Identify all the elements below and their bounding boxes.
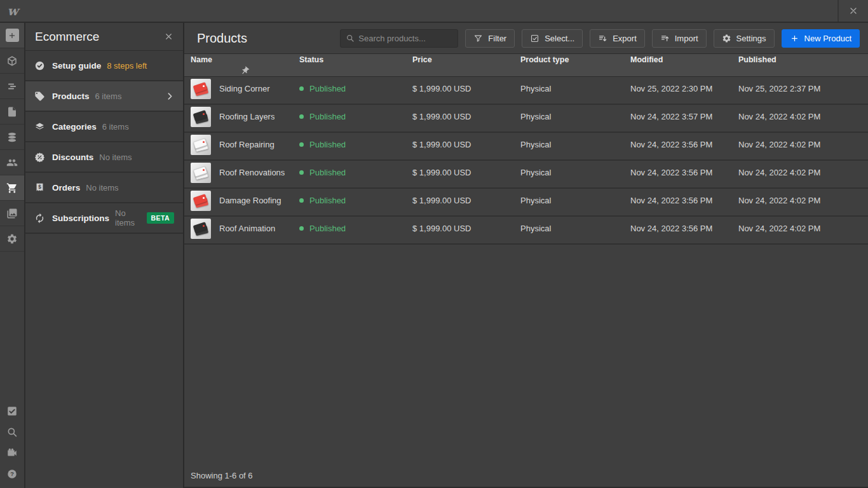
titlebar-space [25,0,837,22]
product-modified: Nov 24, 2022 3:56 PM [630,140,738,149]
product-price: $ 1,999.00 USD [412,224,520,233]
product-type: Physical [520,112,630,121]
toolbar-item-settings[interactable] [0,226,24,252]
toolbar-bottom-group: ? [0,400,24,488]
assets-icon [6,208,18,219]
products-header: Products FilterSelect...ExportImportSett… [184,23,868,53]
sidebar-item-orders[interactable]: $OrdersNo items [25,173,183,203]
import-button[interactable]: Import [652,29,707,48]
status-dot-icon [299,86,304,91]
sidebar-item-subscriptions[interactable]: SubscriptionsNo itemsBETA [25,203,183,234]
toolbar-item-audit[interactable] [0,400,24,421]
sidebar-item-label: Subscriptions [52,214,109,223]
product-published: Nov 24, 2022 4:02 PM [738,224,849,233]
toolbar-item-users[interactable] [0,150,24,175]
toolbar-item-cms[interactable] [0,125,24,150]
toolbar-item-assets[interactable] [0,201,24,226]
product-status: Published [309,168,346,177]
button-label: Settings [736,34,766,43]
window-close-button[interactable] [837,0,868,22]
sidebar-item-categories[interactable]: Categories6 items [25,112,183,142]
column-header-product-type: Product type [520,55,630,64]
product-name: Roof Animation [219,224,275,233]
export-icon [598,34,607,43]
toolbar-item-navigator[interactable] [0,74,24,99]
product-name-cell: Roof Renovations [191,163,299,183]
settings-icon [722,34,731,43]
product-thumbnail [191,79,211,99]
status-dot-icon [299,198,304,203]
search-products-input[interactable] [358,34,452,43]
sidebar-item-products[interactable]: Products6 items [25,81,183,112]
export-button[interactable]: Export [590,29,645,48]
sidebar-item-count: No items [115,208,147,227]
webflow-logo[interactable]: w [0,0,25,22]
sidebar-item-discounts[interactable]: DiscountsNo items [25,142,183,173]
product-modified: Nov 24, 2022 3:57 PM [630,112,738,121]
table-row[interactable]: Siding CornerPublished$ 1,999.00 USDPhys… [184,77,868,105]
svg-text:$: $ [38,184,41,189]
product-status-cell: Published [299,196,412,205]
settings-icon [6,233,18,245]
select-button[interactable]: Select... [522,29,583,48]
toolbar-item-search[interactable] [0,421,24,442]
users-icon [6,157,18,168]
sidebar-item-setup-guide[interactable]: Setup guide8 steps left [25,51,183,81]
product-published: Nov 24, 2022 4:02 PM [738,168,849,177]
toolbar-item-add[interactable] [0,23,24,48]
button-label: Import [675,34,698,43]
table-row[interactable]: Roof RenovationsPublished$ 1,999.00 USDP… [184,161,868,189]
toolbar-item-video-tutorials[interactable] [0,442,24,463]
add-button-square [6,29,19,42]
product-status: Published [309,196,346,205]
product-status-cell: Published [299,140,412,149]
webflow-logo-glyph: w [7,4,18,17]
filter-icon [473,34,483,43]
product-type: Physical [520,140,630,149]
sidebar-item-count: 6 items [95,92,122,101]
product-name: Damage Roofing [219,196,281,205]
product-name-cell: Roof Animation [191,219,299,239]
settings-button[interactable]: Settings [714,29,775,48]
sidebar-items: Setup guide8 steps leftProducts6 itemsCa… [25,51,183,234]
column-header-published: Published [738,55,849,64]
product-price: $ 1,999.00 USD [412,168,520,177]
search-icon [346,34,355,43]
product-published: Nov 24, 2022 4:02 PM [738,112,849,121]
ecommerce-icon [6,182,18,194]
button-label: Export [613,34,637,43]
svg-text:?: ? [10,471,14,477]
product-modified: Nov 24, 2022 3:56 PM [630,168,738,177]
header-buttons: FilterSelect...ExportImportSettings [465,29,774,48]
pin-icon [240,66,250,76]
status-dot-icon [299,170,304,175]
pin-columns-button[interactable] [191,66,299,76]
new-product-button[interactable]: New Product [782,29,860,48]
close-icon [848,6,858,16]
sidebar-item-count: 8 steps left [107,61,147,71]
product-price: $ 1,999.00 USD [412,84,520,93]
toolbar-item-components[interactable] [0,48,24,74]
sidebar-item-count: No items [86,183,118,193]
tag-icon [34,91,45,102]
table-row[interactable]: Roofing LayersPublished$ 1,999.00 USDPhy… [184,105,868,133]
sidebar-item-label: Products [52,92,90,101]
table-row[interactable]: Roof RepairingPublished$ 1,999.00 USDPhy… [184,133,868,161]
toolbar-top-group [0,23,24,252]
filter-button[interactable]: Filter [465,29,515,48]
subscriptions-icon [34,213,45,224]
panel-close-button[interactable] [164,32,173,41]
sidebar-item-label: Setup guide [52,61,101,71]
toolbar-item-help[interactable]: ? [0,463,24,484]
product-status-cell: Published [299,84,412,93]
table-row[interactable]: Roof AnimationPublished$ 1,999.00 USDPhy… [184,217,868,245]
product-published: Nov 25, 2022 2:37 PM [738,84,849,93]
table-row[interactable]: Damage RoofingPublished$ 1,999.00 USDPhy… [184,189,868,217]
product-price: $ 1,999.00 USD [412,140,520,149]
product-name: Siding Corner [219,84,270,93]
product-status-cell: Published [299,168,412,177]
toolbar-item-ecommerce[interactable] [0,175,24,201]
panel-title: Ecommerce [35,30,164,44]
toolbar-item-pages[interactable] [0,99,24,125]
sidebar-item-label: Orders [52,183,80,193]
